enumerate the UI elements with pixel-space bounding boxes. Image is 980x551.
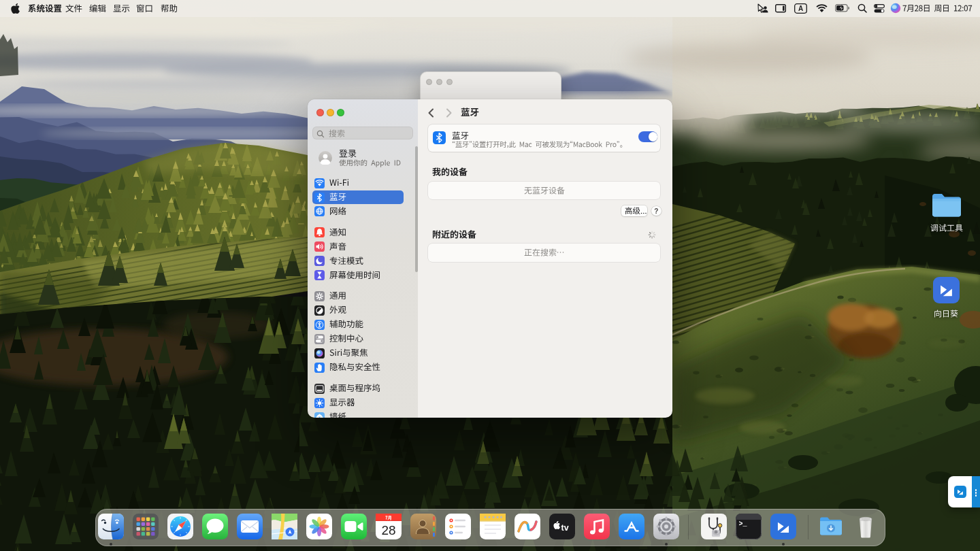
svg-text:tv: tv <box>561 523 569 533</box>
svg-text:28: 28 <box>381 523 395 537</box>
svg-text:A: A <box>798 5 803 12</box>
svg-text:>_: >_ <box>739 520 748 528</box>
